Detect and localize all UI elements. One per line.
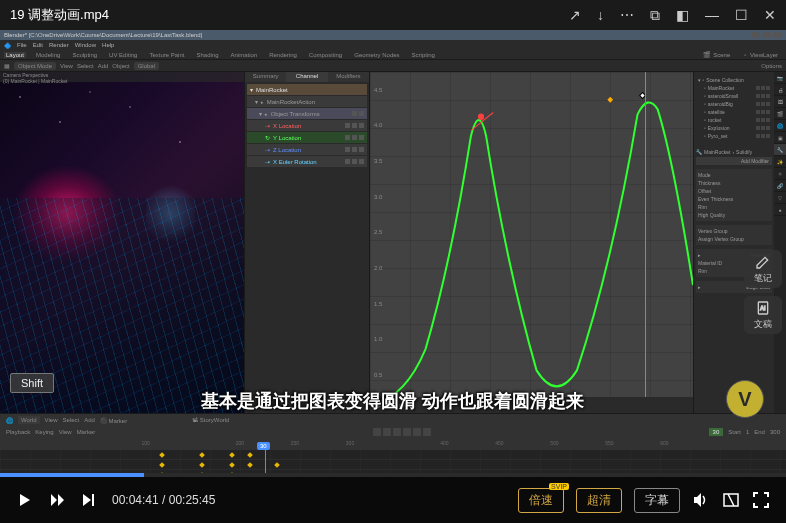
graph-editor[interactable]: 4.5 4.0 3.5 3.0 2.5 2.0 1.5 1.0 0.5 ▸ F- [370,72,694,413]
timeline-view[interactable]: View [45,417,58,423]
channel-z-location[interactable]: ⇢ Z Location [247,144,367,155]
maximize-icon[interactable]: ☐ [735,7,748,23]
channel-transforms[interactable]: ▾ ⬥ Object Transforms [247,108,367,119]
settings-button[interactable] [722,491,740,509]
start-frame[interactable]: 1 [746,429,749,435]
jump-start-icon[interactable] [373,428,381,436]
minimize-icon[interactable]: — [705,7,719,23]
outliner-item[interactable]: ▫ satellite [698,108,770,116]
end-frame[interactable]: 300 [770,429,780,435]
props-tab-render[interactable]: 📷 [774,72,786,84]
menu-window[interactable]: Window [75,42,96,48]
props-tab-mesh[interactable]: ▽ [774,192,786,204]
outliner-scene-collection[interactable]: ▾ ▫ Scene Collection [698,76,770,84]
tab-animation[interactable]: Animation [228,52,259,58]
props-tab-particle[interactable]: ✨ [774,156,786,168]
keyframe[interactable] [247,452,253,458]
menu-edit[interactable]: Edit [33,42,43,48]
channel-action[interactable]: ▾ ⬥ MainRocketAction [247,96,367,107]
toolbar-object[interactable]: Object [112,63,129,69]
props-tab-object[interactable]: ▣ [774,132,786,144]
keyframe[interactable] [229,462,235,468]
tab-sculpting[interactable]: Sculpting [70,52,99,58]
toolbar-add[interactable]: Add [98,63,109,69]
tab-layout[interactable]: Layout [4,52,26,58]
channel-x-euler[interactable]: ⇢ X Euler Rotation [247,156,367,167]
world-dropdown[interactable]: World [18,416,40,424]
fullscreen-button[interactable] [752,491,770,509]
outliner-item[interactable]: ▫ MainRocket [698,84,770,92]
tab-shading[interactable]: Shading [194,52,220,58]
next-key-icon[interactable] [413,428,421,436]
keyframe[interactable] [247,462,253,468]
viewlayer-field[interactable]: ▫ ViewLayer [742,52,782,58]
keyframe[interactable] [159,462,165,468]
add-modifier-button[interactable]: Add Modifier [696,157,772,165]
toolbar-select[interactable]: Select [77,63,94,69]
outliner-item[interactable]: ▫ rocket [698,116,770,124]
menu-help[interactable]: Help [102,42,114,48]
graph-playhead[interactable] [645,72,646,397]
speed-button[interactable]: 倍速 SVIP [518,488,564,513]
notes-button[interactable]: 笔记 [744,250,782,288]
toolbar-view[interactable]: View [60,63,73,69]
playback-menu[interactable]: Playback [6,429,30,435]
pip-icon[interactable]: ⧉ [650,7,660,24]
props-tab-scene[interactable]: 🎬 [774,108,786,120]
outliner-item[interactable]: ▫ Explosion [698,124,770,132]
keyframe[interactable] [159,452,165,458]
props-tab-modifier[interactable]: 🔧 [774,144,786,156]
menu-file[interactable]: File [17,42,27,48]
timeline-marker2[interactable]: Marker [77,429,96,435]
prev-key-icon[interactable] [383,428,391,436]
play-reverse-icon[interactable] [393,428,401,436]
close-icon[interactable]: ✕ [764,7,776,23]
channel-y-location[interactable]: ↻ Y Location [247,132,367,143]
timeline-ruler[interactable]: 100 200 250 300 400 450 500 550 600 [0,438,786,450]
keyframe[interactable] [229,452,235,458]
toolbar-options[interactable]: Options [761,63,782,69]
props-tab-output[interactable]: 🖨 [774,84,786,96]
outliner-item[interactable]: ▫ asteroidSmall [698,92,770,100]
channels-tab-modifiers[interactable]: Modifiers [328,72,369,82]
channels-tab-channel[interactable]: Channel [286,72,327,82]
menu-render[interactable]: Render [49,42,69,48]
keyframe[interactable] [199,452,205,458]
channel-x-location[interactable]: ⇢ X Location [247,120,367,131]
keying-menu[interactable]: Keying [35,429,53,435]
orientation-dropdown[interactable]: Global [134,62,159,70]
caption-button[interactable]: 字幕 [634,488,680,513]
frame-current[interactable]: 30 [709,428,724,436]
timeline-select[interactable]: Select [62,417,79,423]
channels-tab-summary[interactable]: Summary [245,72,286,82]
props-tab-world[interactable]: 🌐 [774,120,786,132]
jump-end-icon[interactable] [423,428,431,436]
volume-button[interactable] [692,491,710,509]
tab-uv[interactable]: UV Editing [107,52,139,58]
next-button[interactable] [48,491,66,509]
tab-scripting[interactable]: Scripting [410,52,437,58]
skip-button[interactable] [80,491,98,509]
dock-icon[interactable]: ◧ [676,7,689,23]
quality-button[interactable]: 超清 [576,488,622,513]
outliner-item[interactable]: ▫ Pyro_set [698,132,770,140]
tab-compositing[interactable]: Compositing [307,52,344,58]
timeline-add[interactable]: Add [84,417,95,423]
props-tab-constraint[interactable]: 🔗 [774,180,786,192]
share-icon[interactable]: ↗ [569,7,581,23]
props-tab-physics[interactable]: ⚛ [774,168,786,180]
tab-rendering[interactable]: Rendering [267,52,299,58]
viewport-3d[interactable]: Camera Perspective (0) MainRocket | Main… [0,72,245,413]
props-tab-view[interactable]: 🖼 [774,96,786,108]
mode-dropdown[interactable]: Object Mode [14,62,56,70]
tab-modeling[interactable]: Modeling [34,52,62,58]
channel-root[interactable]: ▾ MainRocket [247,84,367,95]
download-icon[interactable]: ↓ [597,7,604,23]
keyframe[interactable] [274,462,280,468]
keyframe[interactable] [199,462,205,468]
more-icon[interactable]: ⋯ [620,7,634,23]
tab-texture[interactable]: Texture Paint [147,52,186,58]
timeline-view2[interactable]: View [59,429,72,435]
tab-geonodes[interactable]: Geometry Nodes [352,52,401,58]
props-tab-material[interactable]: ● [774,204,786,216]
